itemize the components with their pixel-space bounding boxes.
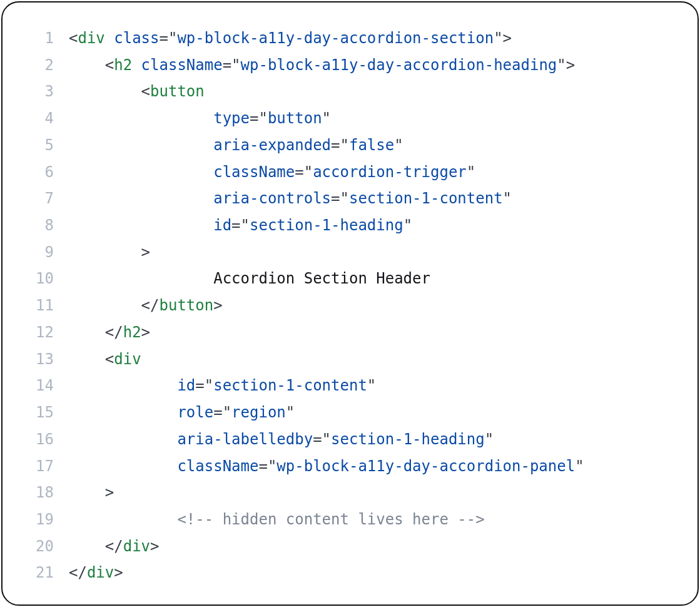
code-line: 17 className="wp-block-a11y-day-accordio… (9, 453, 691, 480)
code-content: aria-expanded="false" (69, 132, 403, 159)
token-punc: = (250, 110, 258, 127)
code-line: 14 id="section-1-content" (9, 372, 691, 399)
token-punc: = (213, 404, 222, 421)
token-punc: > (213, 297, 222, 314)
line-number: 21 (9, 559, 69, 586)
line-number: 20 (9, 533, 69, 560)
token-punc: " (241, 217, 250, 234)
token-str: section-1-heading (250, 217, 403, 234)
token-punc: " (467, 163, 475, 181)
token-punc: > (114, 564, 123, 581)
token-punc: " (367, 377, 376, 394)
line-number: 3 (9, 78, 69, 105)
code-content: aria-controls="section-1-content" (69, 185, 512, 212)
token-str: button (268, 110, 322, 127)
code-content: Accordion Section Header (69, 265, 430, 292)
token-comm: <!-- hidden content lives here --> (177, 511, 484, 528)
token-str: wp-block-a11y-day-accordion-section (177, 29, 494, 47)
token-punc: " (494, 29, 502, 47)
code-content: </h2> (69, 319, 150, 346)
token-punc: </ (105, 324, 123, 341)
token-attr: aria-labelledby (177, 431, 313, 448)
token-text (132, 56, 141, 74)
token-punc: > (503, 29, 512, 47)
code-content: </button> (69, 292, 223, 319)
token-punc: </ (105, 538, 123, 555)
code-line: 19 <!-- hidden content lives here --> (9, 506, 691, 533)
token-punc: " (304, 163, 313, 181)
token-tag: h2 (123, 324, 141, 341)
code-line: 4 type="button" (9, 105, 691, 132)
token-tag: h2 (114, 56, 132, 74)
code-content: type="button" (69, 105, 331, 132)
token-text (105, 29, 114, 47)
code-line: 16 aria-labelledby="section-1-heading" (9, 426, 691, 453)
token-punc: " (503, 190, 512, 207)
token-punc: </ (141, 297, 160, 314)
token-str: wp-block-a11y-day-accordion-heading (241, 56, 557, 74)
code-line: 5 aria-expanded="false" (9, 132, 691, 159)
token-punc: = (295, 163, 303, 181)
token-attr: role (177, 404, 213, 421)
code-line: 12 </h2> (9, 319, 691, 346)
token-punc: = (231, 217, 240, 234)
line-number: 2 (9, 52, 69, 79)
line-number: 17 (9, 453, 69, 480)
token-punc: " (403, 217, 412, 234)
line-number: 4 (9, 105, 69, 132)
token-text: Accordion Section Header (213, 270, 430, 287)
code-content: </div> (69, 533, 160, 560)
code-line: 10 Accordion Section Header (9, 265, 691, 292)
token-punc: " (286, 404, 295, 421)
token-punc: " (322, 110, 331, 127)
token-str: accordion-trigger (313, 163, 467, 181)
token-str: section-1-content (213, 377, 367, 394)
token-punc: = (258, 457, 267, 475)
token-str: section-1-heading (331, 431, 485, 448)
token-punc: " (322, 431, 331, 448)
token-punc: " (575, 457, 584, 475)
code-content: <div (69, 346, 141, 373)
token-punc: = (160, 29, 168, 47)
token-punc: " (340, 136, 348, 154)
token-attr: class (114, 29, 159, 47)
token-punc: = (195, 377, 204, 394)
token-punc: > (150, 538, 159, 555)
line-number: 8 (9, 212, 69, 239)
line-number: 13 (9, 346, 69, 373)
code-content: <button (69, 78, 205, 105)
token-punc: </ (69, 564, 87, 581)
code-content: <h2 className="wp-block-a11y-day-accordi… (69, 52, 575, 79)
token-tag: div (123, 538, 150, 555)
code-line: 2 <h2 className="wp-block-a11y-day-accor… (9, 52, 691, 79)
token-punc: " (268, 457, 276, 475)
token-punc: > (105, 484, 114, 501)
code-content: className="wp-block-a11y-day-accordion-p… (69, 453, 584, 480)
code-content: id="section-1-content" (69, 372, 376, 399)
code-content: > (69, 239, 150, 266)
token-str: false (349, 136, 394, 154)
token-tag: div (114, 350, 141, 368)
line-number: 14 (9, 372, 69, 399)
line-number: 15 (9, 399, 69, 426)
code-line: 7 aria-controls="section-1-content" (9, 185, 691, 212)
token-punc: = (223, 56, 231, 74)
token-punc: > (566, 56, 575, 74)
code-content: aria-labelledby="section-1-heading" (69, 426, 494, 453)
code-line: 21</div> (9, 559, 691, 586)
token-tag: div (78, 29, 104, 47)
token-punc: " (340, 190, 348, 207)
token-punc: < (105, 350, 114, 368)
code-content: > (69, 479, 114, 506)
code-line: 15 role="region" (9, 399, 691, 426)
token-punc: < (69, 29, 78, 47)
line-number: 18 (9, 479, 69, 506)
line-number: 6 (9, 159, 69, 186)
token-punc: < (105, 56, 114, 74)
token-punc: " (557, 56, 566, 74)
line-number: 12 (9, 319, 69, 346)
token-punc: > (141, 243, 150, 261)
token-punc: " (223, 404, 231, 421)
token-attr: aria-expanded (213, 136, 331, 154)
code-content: id="section-1-heading" (69, 212, 412, 239)
